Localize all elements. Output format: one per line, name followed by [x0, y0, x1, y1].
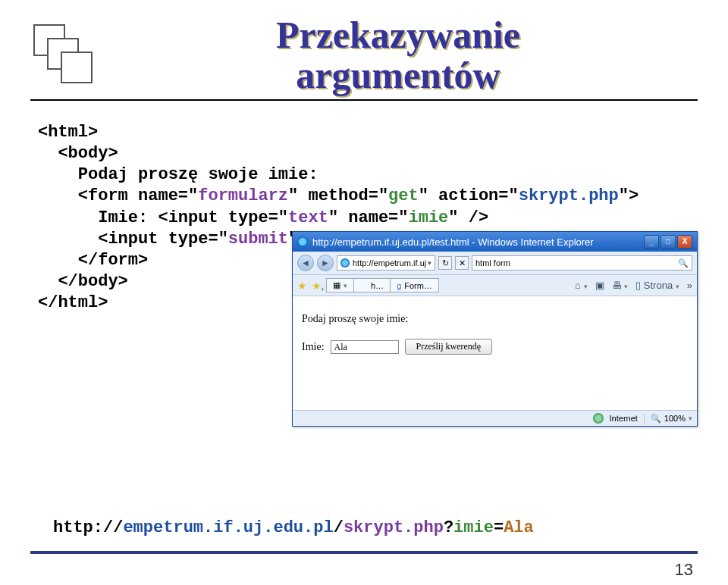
- refresh-button[interactable]: ↻: [438, 256, 452, 270]
- stop-button[interactable]: ✕: [455, 256, 469, 270]
- imie-label: Imie:: [302, 341, 325, 353]
- print-icon[interactable]: 🖶 ▾: [612, 280, 629, 291]
- page-icon: [340, 258, 350, 267]
- back-button[interactable]: ◄: [297, 255, 314, 271]
- result-url: http://empetrum.if.uj.edu.pl/skrypt.php?…: [53, 518, 698, 537]
- tab-form[interactable]: g Form…: [391, 279, 438, 292]
- ie-icon: [297, 236, 308, 247]
- tab-h[interactable]: h…: [354, 279, 391, 292]
- zoom-level[interactable]: 100%: [664, 414, 686, 423]
- page-content: Podaj proszę swoje imie: Imie: Ala Prześ…: [293, 296, 697, 410]
- window-title: http://empetrum.if.uj.edu.pl/test.html -…: [312, 236, 644, 248]
- tab-grid-button[interactable]: ▦ ▾: [327, 279, 354, 292]
- feed-icon[interactable]: ▣: [595, 280, 604, 291]
- divider: [30, 99, 698, 101]
- forward-button[interactable]: ►: [317, 255, 334, 271]
- browser-window: http://empetrum.if.uj.edu.pl/test.html -…: [292, 231, 698, 427]
- address-bar[interactable]: http://empetrum.if.uj ▾: [337, 255, 435, 271]
- search-input[interactable]: html form 🔍: [472, 255, 692, 271]
- prompt-text: Podaj proszę swoje imie:: [302, 313, 688, 325]
- zoom-icon[interactable]: 🔍: [651, 414, 661, 424]
- bottom-divider: [30, 551, 698, 554]
- submit-button[interactable]: Prześlij kwerendę: [405, 339, 493, 355]
- address-text: http://empetrum.if.uj: [353, 258, 426, 267]
- search-text: html form: [475, 258, 510, 267]
- title-line1: Przekazywanie: [99, 15, 698, 55]
- logo-icon: [30, 21, 99, 86]
- globe-icon: [593, 413, 604, 424]
- add-favorite-icon[interactable]: ★: [312, 280, 322, 292]
- page-menu[interactable]: ▯ Strona ▾: [635, 280, 679, 291]
- chevron-down-icon[interactable]: ▾: [428, 259, 431, 267]
- more-tools[interactable]: »: [687, 280, 692, 291]
- chevron-down-icon[interactable]: ▾: [689, 415, 692, 422]
- home-icon[interactable]: ⌂ ▾: [575, 280, 587, 291]
- imie-input[interactable]: Ala: [331, 340, 399, 354]
- title-line2: argumentów: [99, 55, 698, 95]
- maximize-button[interactable]: □: [661, 235, 676, 249]
- favorites-icon[interactable]: ★: [297, 280, 307, 292]
- security-zone: Internet: [610, 414, 638, 423]
- page-number: 13: [30, 560, 698, 580]
- close-button[interactable]: X: [677, 235, 692, 249]
- search-icon[interactable]: 🔍: [678, 258, 689, 268]
- minimize-button[interactable]: _: [644, 235, 659, 249]
